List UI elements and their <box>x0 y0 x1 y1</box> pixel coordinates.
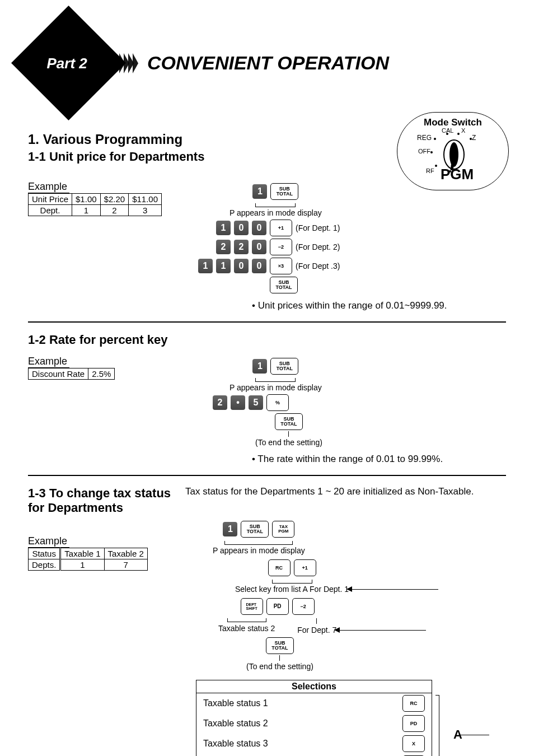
dept-key-2[interactable]: −2 <box>292 598 315 615</box>
x-key[interactable]: X <box>402 735 425 752</box>
digit-key[interactable]: • <box>231 395 245 410</box>
part-diamond-badge: Part 2 <box>28 22 109 104</box>
digit-key[interactable]: 5 <box>249 395 263 410</box>
dial-label-rf: RF <box>426 167 434 174</box>
end-note: (To end the setting) <box>246 662 313 671</box>
bracket-icon: A <box>435 695 439 757</box>
subtotal-key[interactable]: SUB TOTAL <box>266 637 294 654</box>
digit-key[interactable]: 1 <box>223 522 237 536</box>
dial-label-pgm: PGM <box>441 166 474 183</box>
example-label: Example <box>28 181 69 193</box>
dept-key-3[interactable]: ×3 <box>270 258 292 274</box>
section-1-note: • Unit prices within the range of 0.01~9… <box>252 300 506 311</box>
svg-line-4 <box>81 75 103 97</box>
subtotal-key[interactable]: SUB TOTAL <box>270 358 298 375</box>
end-note: (To end the setting) <box>255 438 322 447</box>
mode-switch-title: Mode Switch <box>402 117 504 128</box>
page-title: CONVENIENT OPERATION <box>147 52 389 74</box>
subtotal-key[interactable]: SUB TOTAL <box>241 521 269 538</box>
tax-pgm-key[interactable]: TAXPGM <box>272 521 294 538</box>
example-table-1: Unit Price $1.00 $2.20 $11.00 Dept. 1 2 … <box>28 193 162 216</box>
selections-title: Selections <box>196 680 432 693</box>
digit-key[interactable]: 0 <box>252 259 266 273</box>
section-1-3-heading: 1-3 To change tax status for Departments <box>28 486 176 515</box>
svg-point-11 <box>435 165 437 167</box>
digit-key[interactable]: 1 <box>252 359 267 374</box>
dial-label-z: Z <box>472 134 476 142</box>
dept-key-1[interactable]: +1 <box>294 559 316 576</box>
svg-line-2 <box>76 71 96 91</box>
section-1-2: 1-2 Rate for percent key Example Discoun… <box>28 333 506 465</box>
dial-label-cal: CAL <box>442 127 453 134</box>
line-1: Select key from list A For Dept. 1 <box>235 585 349 594</box>
mode-switch-dial: REG CAL X Z OFF RF PGM <box>425 131 481 181</box>
row-note: (For Dept .3) <box>296 262 340 270</box>
pd-key[interactable]: PD <box>402 715 425 732</box>
example-table-3: Status Taxable 1 Taxable 2 Depts. 1 7 <box>28 548 148 571</box>
subtotal-key[interactable]: SUB TOTAL <box>270 183 298 200</box>
svg-line-3 <box>78 73 100 94</box>
svg-point-8 <box>457 133 460 135</box>
dial-label-x: X <box>461 127 465 134</box>
example-label: Example <box>28 535 69 548</box>
digit-key[interactable]: 0 <box>252 221 266 235</box>
svg-point-6 <box>434 138 436 140</box>
row-note: (For Dept. 2) <box>296 242 340 251</box>
dept-key-2[interactable]: −2 <box>270 239 292 255</box>
page-header: Part 2 CONVENIENT OPERATION <box>28 22 506 104</box>
pd-key[interactable]: PD <box>266 598 289 615</box>
digit-key[interactable]: 2 <box>216 240 231 254</box>
section-1-3: 1-3 To change tax status for Departments… <box>28 486 506 756</box>
digit-key[interactable]: 2 <box>213 395 227 410</box>
digit-key[interactable]: 1 <box>252 184 267 199</box>
mode-note: P appears in mode display <box>213 546 305 555</box>
digit-key[interactable]: 0 <box>252 240 266 254</box>
example-table-2: Discount Rate 2.5% <box>28 368 115 380</box>
mode-switch-panel: Mode Switch REG CAL X Z OFF <box>397 112 509 190</box>
chevron-icon <box>119 53 137 73</box>
digit-key[interactable]: 2 <box>234 240 249 254</box>
percent-key[interactable]: % <box>266 394 289 411</box>
dial-label-off: OFF <box>418 148 430 155</box>
svg-point-10 <box>430 151 433 153</box>
rc-key[interactable]: RC <box>402 695 425 712</box>
section-2-note: • The rate within the range of 0.01 to 9… <box>252 454 506 465</box>
row-note: (For Dept. 1) <box>296 223 340 232</box>
subtotal-key[interactable]: SUB TOTAL <box>275 413 303 430</box>
rc-key[interactable]: RC <box>268 559 291 576</box>
digit-key[interactable]: 0 <box>234 259 249 273</box>
digit-key[interactable]: 1 <box>216 221 231 235</box>
mode-note: P appears in mode display <box>229 383 322 392</box>
section-1-3-intro: Tax status for the Departments 1 ~ 20 ar… <box>185 486 506 497</box>
selections-table: Selections Taxable status 1 RC Taxable s… <box>196 680 432 756</box>
example-label: Example <box>28 356 69 368</box>
dial-label-reg: REG <box>417 134 432 142</box>
dept-key-1[interactable]: +1 <box>270 220 292 236</box>
dept-shift-key[interactable]: DEPTSHIFT <box>241 598 263 615</box>
section-1-2-heading: 1-2 Rate for percent key <box>28 333 506 347</box>
mode-note: P appears in mode display <box>229 208 322 217</box>
digit-key[interactable]: 0 <box>234 221 249 235</box>
subtotal-key[interactable]: SUB TOTAL <box>270 277 298 293</box>
digit-key[interactable]: 1 <box>216 259 231 273</box>
part-label: Part 2 <box>46 54 87 72</box>
digit-key[interactable]: 1 <box>198 259 213 273</box>
